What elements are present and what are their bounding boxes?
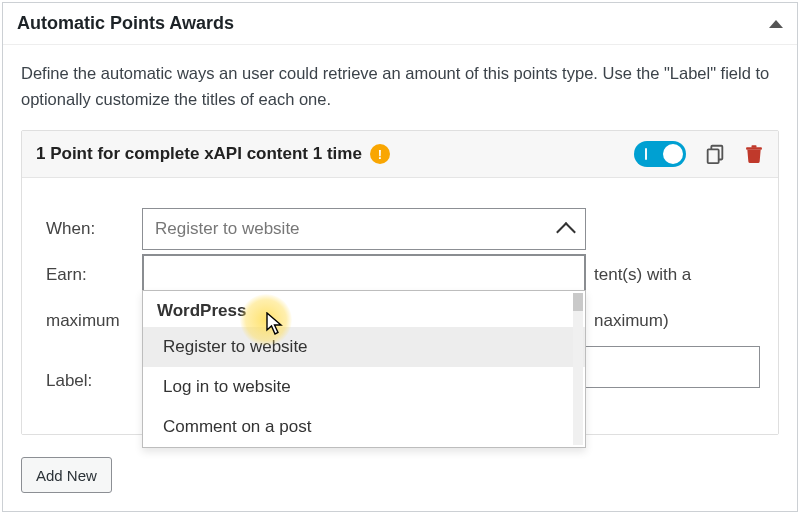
rule-header[interactable]: 1 Point for complete xAPI content 1 time…	[22, 131, 778, 178]
panel-title: Automatic Points Awards	[17, 13, 234, 34]
dropdown-option[interactable]: Log in to website	[143, 367, 585, 407]
when-dropdown: WordPress Register to website Log in to …	[142, 290, 586, 448]
chevron-up-icon	[556, 222, 576, 242]
svg-rect-1	[708, 150, 719, 164]
when-label: When:	[46, 219, 142, 239]
when-select[interactable]: Register to website	[142, 208, 586, 250]
when-row: When: Register to website	[46, 206, 754, 252]
collapse-toggle-icon[interactable]	[769, 20, 783, 28]
svg-rect-3	[752, 145, 757, 148]
enable-toggle[interactable]	[634, 141, 686, 167]
label-label: Label:	[46, 371, 142, 391]
panel-description: Define the automatic ways an user could …	[21, 61, 779, 112]
rule-title-wrap: 1 Point for complete xAPI content 1 time…	[36, 144, 390, 164]
points-awards-panel: Automatic Points Awards Define the autom…	[2, 2, 798, 512]
toggle-on-indicator	[645, 148, 647, 160]
duplicate-icon[interactable]	[704, 143, 726, 165]
when-select-value: Register to website	[155, 219, 300, 239]
earn-tail-text: tent(s) with a	[594, 265, 691, 285]
delete-icon[interactable]	[744, 143, 764, 165]
dropdown-scrollbar[interactable]	[573, 293, 583, 445]
panel-body: Define the automatic ways an user could …	[3, 45, 797, 511]
earn-label: Earn:	[46, 265, 142, 285]
dropdown-option[interactable]: Register to website	[143, 327, 585, 367]
rule-card: 1 Point for complete xAPI content 1 time…	[21, 130, 779, 435]
dropdown-option[interactable]: Comment on a post	[143, 407, 585, 447]
maximum-tail-text: naximum)	[594, 311, 669, 331]
rule-title: 1 Point for complete xAPI content 1 time	[36, 144, 362, 164]
warning-icon: !	[370, 144, 390, 164]
dropdown-group-label: WordPress	[143, 291, 585, 327]
scrollbar-thumb[interactable]	[573, 293, 583, 311]
toggle-knob	[663, 144, 683, 164]
rule-body: When: Register to website Earn: tent(s) …	[22, 178, 778, 434]
rule-actions	[634, 141, 764, 167]
panel-header: Automatic Points Awards	[3, 3, 797, 45]
maximum-lead-text: maximum	[46, 311, 142, 331]
add-new-button[interactable]: Add New	[21, 457, 112, 493]
